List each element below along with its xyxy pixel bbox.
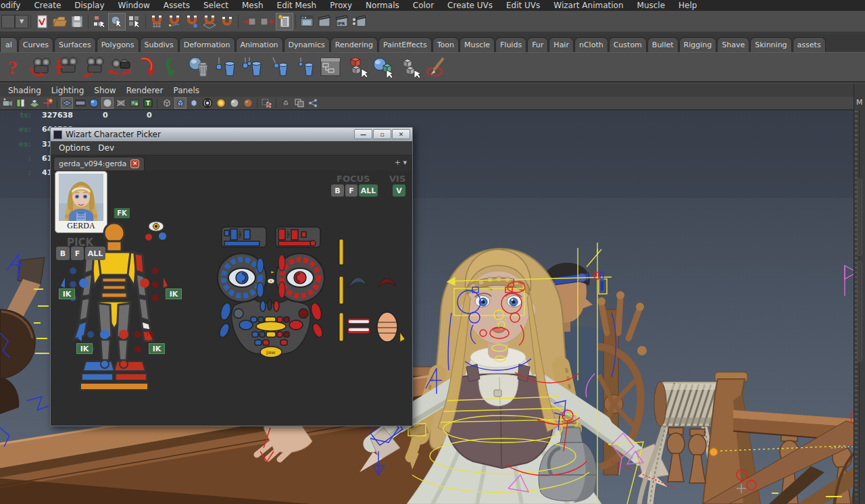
wizart-character-picker-window[interactable]: Wizart Character Picker — ▫ ✕ Options De… <box>50 127 413 426</box>
picker-menu-options[interactable]: Options <box>59 143 90 153</box>
pick-all-button[interactable]: ALL <box>85 247 105 260</box>
close-button[interactable]: ✕ <box>392 129 410 139</box>
shelf-tab-skinning[interactable]: Skinning <box>750 37 791 52</box>
snap-view-icon[interactable] <box>218 13 236 30</box>
picker-menu-dev[interactable]: Dev <box>98 143 114 153</box>
vis-button[interactable]: V <box>393 184 405 197</box>
outliner-icon[interactable] <box>318 54 343 80</box>
shelf-tab-dynamics[interactable]: Dynamics <box>284 37 330 52</box>
panel-menu-shading[interactable]: Shading <box>8 86 41 95</box>
gray-sphere-icon[interactable] <box>228 97 241 109</box>
selector-dropdown[interactable]: ▼ <box>15 15 28 28</box>
duplicate-object-icon[interactable] <box>345 54 369 80</box>
assign-material-icon[interactable] <box>371 54 395 80</box>
shelf-tab-bullet[interactable]: Bullet <box>647 37 678 52</box>
select-hierarchy-icon[interactable] <box>91 13 108 30</box>
shelf-tab-rigging[interactable]: Rigging <box>679 37 717 52</box>
undo-view-icon[interactable] <box>134 54 158 80</box>
maximize-button[interactable]: ▫ <box>373 129 391 139</box>
camera-dolly-icon[interactable] <box>81 54 105 80</box>
left-character-arm[interactable] <box>0 257 45 414</box>
shadows-icon[interactable] <box>128 97 141 109</box>
shelf-tab-surfaces[interactable]: Surfaces <box>54 37 96 52</box>
open-scene-icon[interactable] <box>51 13 68 30</box>
dynamics-bucket4-icon[interactable] <box>292 54 316 80</box>
shelf-tab-custom[interactable]: Custom <box>609 37 647 52</box>
shelf-tab-fluids[interactable]: Fluids <box>495 37 526 52</box>
textured-mode-icon[interactable] <box>101 97 114 109</box>
menu-select[interactable]: Select <box>197 1 235 10</box>
default-light-icon[interactable] <box>215 97 227 109</box>
focus-body-button[interactable]: B <box>331 184 344 197</box>
ik-right-leg-badge[interactable]: IK <box>149 343 165 354</box>
select-tool-cursor-icon[interactable] <box>261 97 273 109</box>
redo-view-icon[interactable] <box>160 54 184 80</box>
shelf-tab-fur[interactable]: Fur <box>527 37 548 52</box>
camera-orbit-icon[interactable] <box>28 54 53 80</box>
panel-menu-lighting[interactable]: Lighting <box>51 86 84 95</box>
render-view-icon[interactable] <box>298 13 316 30</box>
menu-muscle[interactable]: Muscle <box>631 1 672 10</box>
picker-tab-gerda[interactable]: gerda_v094:gerda ✕ <box>53 157 145 170</box>
multi-view-icon[interactable] <box>293 97 305 109</box>
menu-help[interactable]: Help <box>672 1 703 10</box>
shelf-tab-rendering[interactable]: Rendering <box>330 37 378 52</box>
shelf-tab-hair[interactable]: Hair <box>549 37 574 52</box>
tab-add-button[interactable]: + ▾ <box>395 158 407 167</box>
pick-body-button[interactable]: B <box>56 247 70 260</box>
menu-display[interactable]: Display <box>68 1 111 10</box>
menu-create-uvs[interactable]: Create UVs <box>441 1 499 10</box>
texture-view-icon[interactable]: T <box>142 97 154 109</box>
panel-menu-show[interactable]: Show <box>94 86 116 95</box>
minimize-button[interactable]: — <box>354 129 372 139</box>
menu-edit-uvs[interactable]: Edit UVs <box>499 1 547 10</box>
panel-menu-renderer[interactable]: Renderer <box>126 86 164 95</box>
combine-mesh-icon[interactable] <box>397 54 422 80</box>
shelf-tab-toon[interactable]: Toon <box>432 37 459 52</box>
tab-close-icon[interactable]: ✕ <box>130 159 139 168</box>
dynamics-bucket1-icon[interactable] <box>213 54 237 80</box>
shelf-tab-polygons[interactable]: Polygons <box>97 37 139 52</box>
bookmark-icon[interactable] <box>15 97 27 109</box>
camera-attrs-icon[interactable] <box>1 97 14 109</box>
copper-sphere-icon[interactable] <box>242 97 254 109</box>
camera-track-icon[interactable] <box>55 54 79 80</box>
dynamics-bucket3-icon[interactable] <box>266 54 290 80</box>
snap-plane-icon[interactable] <box>201 13 218 30</box>
menu-assets[interactable]: Assets <box>157 1 197 10</box>
output-connections-icon[interactable] <box>258 13 276 30</box>
shelf-tab-muscle[interactable]: Muscle <box>460 37 495 52</box>
ik-left-leg-badge[interactable]: IK <box>76 343 93 354</box>
wireframe-mode-icon[interactable] <box>61 97 73 109</box>
view-compass-icon[interactable] <box>42 97 54 109</box>
menu-mesh[interactable]: Mesh <box>235 1 270 10</box>
focus-all-button[interactable]: ALL <box>359 184 378 197</box>
select-component-icon[interactable] <box>126 13 143 30</box>
use-lights-icon[interactable] <box>115 97 127 109</box>
share-nodes-icon[interactable] <box>307 97 319 109</box>
isolate-select-icon[interactable] <box>161 97 173 109</box>
view-selector[interactable] <box>1 15 15 28</box>
shelf-tab-general[interactable]: al <box>0 37 18 52</box>
new-scene-icon[interactable] <box>33 13 51 30</box>
shelf-tab-shave[interactable]: Shave <box>717 37 749 52</box>
ik-left-arm-badge[interactable]: IK <box>59 288 75 299</box>
ipr-render-icon[interactable]: IPR <box>333 13 351 30</box>
menu-proxy[interactable]: Proxy <box>323 1 359 10</box>
checker-sphere-icon[interactable] <box>201 97 214 109</box>
render-settings-icon[interactable] <box>351 13 368 30</box>
menu-wizart-animation[interactable]: Wizart Animation <box>547 1 630 10</box>
image-plane-icon[interactable] <box>28 97 41 109</box>
paint-tool-icon[interactable] <box>424 54 448 80</box>
menu-edit-mesh[interactable]: Edit Mesh <box>270 1 324 10</box>
shelf-tab-painteffects[interactable]: PaintEffects <box>378 37 432 52</box>
shelf-tab-subdivs[interactable]: Subdivs <box>140 37 178 52</box>
panel-menu-panels[interactable]: Panels <box>173 86 199 95</box>
xray-mode-icon[interactable] <box>174 97 187 109</box>
render-current-icon[interactable] <box>316 13 333 30</box>
attribute-editor-icon[interactable] <box>276 13 293 30</box>
face-picker-diagram[interactable]: jaw <box>217 224 325 362</box>
menu-modify[interactable]: odify <box>0 1 27 10</box>
isolate-cube-icon[interactable] <box>280 97 292 109</box>
camera-pan-icon[interactable] <box>107 54 132 80</box>
